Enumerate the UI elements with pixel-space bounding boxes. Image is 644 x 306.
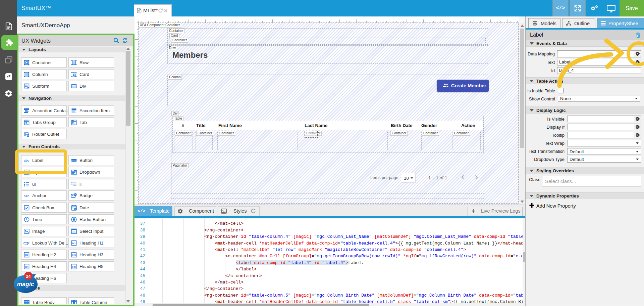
svg-text:magic: magic (17, 281, 34, 288)
svg-text:24: 24 (26, 274, 31, 279)
